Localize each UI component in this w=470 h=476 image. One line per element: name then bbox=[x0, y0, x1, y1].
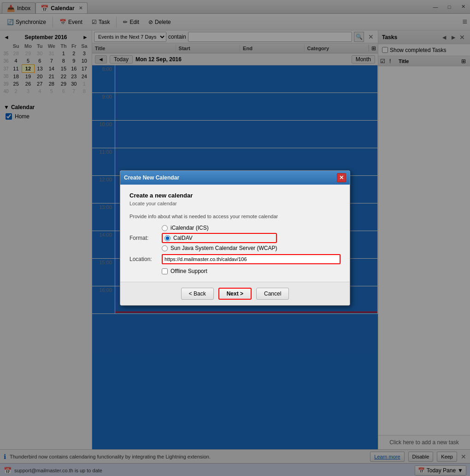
location-input[interactable] bbox=[162, 254, 341, 264]
format-wcap-radio[interactable] bbox=[162, 245, 168, 251]
location-label: Location: bbox=[129, 256, 162, 262]
create-calendar-modal: Create New Calendar ✕ Create a new calen… bbox=[120, 170, 350, 306]
modal-footer: < Back Next > Cancel bbox=[120, 282, 350, 305]
format-row: Format: iCalendar (ICS) CalDAV Sun Java … bbox=[129, 225, 341, 251]
cancel-button[interactable]: Cancel bbox=[256, 288, 289, 300]
format-ical-radio[interactable] bbox=[162, 225, 168, 231]
format-wcap-label: Sun Java System Calendar Server (WCAP) bbox=[170, 245, 277, 251]
format-caldav-option[interactable]: CalDAV bbox=[162, 233, 277, 243]
modal-info-text: Provide info about what is needed to acc… bbox=[129, 214, 341, 219]
modal-body: Create a new calendar Locate your calend… bbox=[120, 185, 350, 282]
modal-overlay: Create New Calendar ✕ Create a new calen… bbox=[0, 0, 470, 476]
modal-section-sub: Locate your calendar bbox=[129, 201, 341, 206]
modal-title: Create New Calendar bbox=[124, 174, 337, 181]
format-ical-label: iCalendar (ICS) bbox=[170, 225, 209, 231]
format-caldav-radio[interactable] bbox=[164, 235, 170, 241]
offline-support-checkbox[interactable] bbox=[162, 268, 168, 274]
format-ical-option[interactable]: iCalendar (ICS) bbox=[162, 225, 277, 231]
modal-section-title: Create a new calendar bbox=[129, 192, 341, 199]
format-wcap-option[interactable]: Sun Java System Calendar Server (WCAP) bbox=[162, 245, 277, 251]
modal-close-btn[interactable]: ✕ bbox=[337, 173, 346, 182]
location-row: Location: bbox=[129, 254, 341, 264]
format-caldav-label: CalDAV bbox=[173, 235, 193, 241]
format-options: iCalendar (ICS) CalDAV Sun Java System C… bbox=[162, 225, 277, 251]
modal-titlebar: Create New Calendar ✕ bbox=[120, 171, 350, 185]
next-button[interactable]: Next > bbox=[218, 288, 252, 300]
offline-row: Offline Support bbox=[162, 268, 341, 274]
offline-support-label: Offline Support bbox=[170, 268, 207, 274]
back-button[interactable]: < Back bbox=[181, 288, 214, 300]
format-label: Format: bbox=[129, 235, 162, 241]
